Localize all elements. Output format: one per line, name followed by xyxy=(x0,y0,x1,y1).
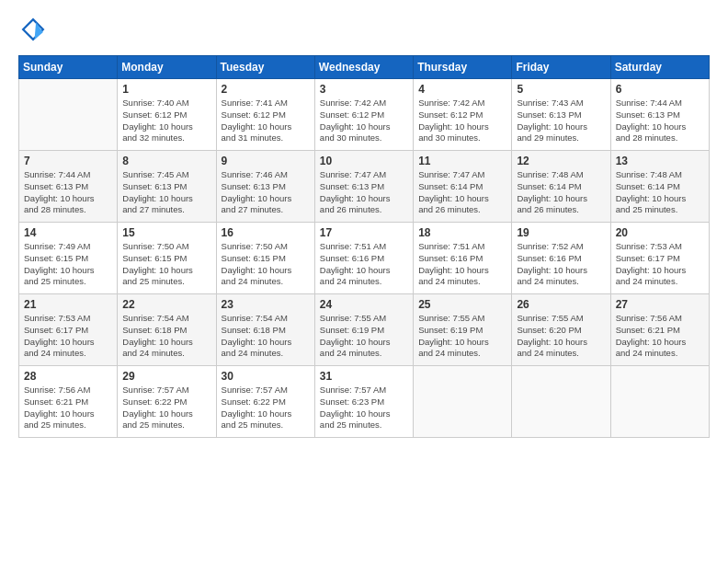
day-info: Sunrise: 7:55 AM Sunset: 6:19 PM Dayligh… xyxy=(418,313,506,360)
day-number: 14 xyxy=(24,226,112,239)
header xyxy=(18,17,710,46)
calendar-cell: 14Sunrise: 7:49 AM Sunset: 6:15 PM Dayli… xyxy=(19,223,118,294)
day-number: 24 xyxy=(320,298,408,311)
day-number: 17 xyxy=(320,226,408,239)
day-number: 25 xyxy=(418,298,506,311)
day-info: Sunrise: 7:56 AM Sunset: 6:21 PM Dayligh… xyxy=(24,385,112,431)
calendar-cell: 18Sunrise: 7:51 AM Sunset: 6:16 PM Dayli… xyxy=(414,223,512,294)
day-number: 12 xyxy=(517,155,605,167)
day-info: Sunrise: 7:50 AM Sunset: 6:15 PM Dayligh… xyxy=(122,241,210,288)
weekday-header-monday: Monday xyxy=(118,56,216,79)
calendar-cell: 31Sunrise: 7:57 AM Sunset: 6:23 PM Dayli… xyxy=(314,366,413,438)
day-number: 30 xyxy=(222,370,310,383)
day-number: 9 xyxy=(222,155,310,167)
day-info: Sunrise: 7:43 AM Sunset: 6:13 PM Dayligh… xyxy=(517,98,605,144)
day-info: Sunrise: 7:57 AM Sunset: 6:22 PM Dayligh… xyxy=(222,385,310,431)
day-number: 4 xyxy=(418,83,506,96)
calendar-cell: 1Sunrise: 7:40 AM Sunset: 6:12 PM Daylig… xyxy=(118,79,216,151)
day-info: Sunrise: 7:48 AM Sunset: 6:14 PM Dayligh… xyxy=(616,169,704,216)
weekday-header-saturday: Saturday xyxy=(610,56,709,79)
day-number: 5 xyxy=(517,83,605,96)
calendar-cell: 25Sunrise: 7:55 AM Sunset: 6:19 PM Dayli… xyxy=(414,294,512,366)
calendar-cell: 13Sunrise: 7:48 AM Sunset: 6:14 PM Dayli… xyxy=(610,151,709,223)
day-number: 31 xyxy=(320,370,408,383)
day-info: Sunrise: 7:41 AM Sunset: 6:12 PM Dayligh… xyxy=(222,98,310,144)
calendar-cell xyxy=(610,366,709,438)
calendar-cell: 23Sunrise: 7:54 AM Sunset: 6:18 PM Dayli… xyxy=(216,294,314,366)
calendar-cell: 24Sunrise: 7:55 AM Sunset: 6:19 PM Dayli… xyxy=(314,294,413,366)
calendar-week-row: 28Sunrise: 7:56 AM Sunset: 6:21 PM Dayli… xyxy=(19,366,710,438)
day-number: 20 xyxy=(616,226,704,239)
calendar-cell: 12Sunrise: 7:48 AM Sunset: 6:14 PM Dayli… xyxy=(512,151,610,223)
calendar-cell: 28Sunrise: 7:56 AM Sunset: 6:21 PM Dayli… xyxy=(19,366,118,438)
day-number: 1 xyxy=(122,83,210,96)
weekday-header-tuesday: Tuesday xyxy=(216,56,314,79)
calendar-cell xyxy=(414,366,512,438)
day-info: Sunrise: 7:54 AM Sunset: 6:18 PM Dayligh… xyxy=(122,313,210,360)
day-info: Sunrise: 7:56 AM Sunset: 6:21 PM Dayligh… xyxy=(616,313,704,360)
calendar-cell: 16Sunrise: 7:50 AM Sunset: 6:15 PM Dayli… xyxy=(216,223,314,294)
day-info: Sunrise: 7:42 AM Sunset: 6:12 PM Dayligh… xyxy=(320,98,408,144)
day-info: Sunrise: 7:45 AM Sunset: 6:13 PM Dayligh… xyxy=(122,169,210,216)
calendar-cell: 7Sunrise: 7:44 AM Sunset: 6:13 PM Daylig… xyxy=(19,151,118,223)
calendar-cell: 30Sunrise: 7:57 AM Sunset: 6:22 PM Dayli… xyxy=(216,366,314,438)
day-number: 27 xyxy=(616,298,704,311)
calendar-week-row: 7Sunrise: 7:44 AM Sunset: 6:13 PM Daylig… xyxy=(19,151,710,223)
logo xyxy=(18,17,50,46)
day-number: 8 xyxy=(122,155,210,167)
calendar-cell: 11Sunrise: 7:47 AM Sunset: 6:14 PM Dayli… xyxy=(414,151,512,223)
page: SundayMondayTuesdayWednesdayThursdayFrid… xyxy=(0,0,728,563)
day-number: 10 xyxy=(320,155,408,167)
calendar-cell: 19Sunrise: 7:52 AM Sunset: 6:16 PM Dayli… xyxy=(512,223,610,294)
day-number: 18 xyxy=(418,226,506,239)
day-info: Sunrise: 7:44 AM Sunset: 6:13 PM Dayligh… xyxy=(24,169,112,216)
day-info: Sunrise: 7:47 AM Sunset: 6:14 PM Dayligh… xyxy=(418,169,506,216)
day-number: 15 xyxy=(122,226,210,239)
calendar-cell: 15Sunrise: 7:50 AM Sunset: 6:15 PM Dayli… xyxy=(118,223,216,294)
calendar-cell: 4Sunrise: 7:42 AM Sunset: 6:12 PM Daylig… xyxy=(414,79,512,151)
day-info: Sunrise: 7:46 AM Sunset: 6:13 PM Dayligh… xyxy=(222,169,310,216)
day-info: Sunrise: 7:42 AM Sunset: 6:12 PM Dayligh… xyxy=(418,98,506,144)
day-number: 22 xyxy=(122,298,210,311)
day-info: Sunrise: 7:55 AM Sunset: 6:20 PM Dayligh… xyxy=(517,313,605,360)
day-info: Sunrise: 7:55 AM Sunset: 6:19 PM Dayligh… xyxy=(320,313,408,360)
day-number: 26 xyxy=(517,298,605,311)
day-number: 11 xyxy=(418,155,506,167)
calendar-cell: 17Sunrise: 7:51 AM Sunset: 6:16 PM Dayli… xyxy=(314,223,413,294)
weekday-header-wednesday: Wednesday xyxy=(314,56,413,79)
calendar-cell xyxy=(512,366,610,438)
day-info: Sunrise: 7:57 AM Sunset: 6:23 PM Dayligh… xyxy=(320,385,408,431)
calendar-week-row: 14Sunrise: 7:49 AM Sunset: 6:15 PM Dayli… xyxy=(19,223,710,294)
calendar-week-row: 21Sunrise: 7:53 AM Sunset: 6:17 PM Dayli… xyxy=(19,294,710,366)
day-info: Sunrise: 7:50 AM Sunset: 6:15 PM Dayligh… xyxy=(222,241,310,288)
calendar-cell: 22Sunrise: 7:54 AM Sunset: 6:18 PM Dayli… xyxy=(118,294,216,366)
calendar-cell: 2Sunrise: 7:41 AM Sunset: 6:12 PM Daylig… xyxy=(216,79,314,151)
day-number: 23 xyxy=(222,298,310,311)
logo-icon xyxy=(20,17,46,42)
calendar-cell: 20Sunrise: 7:53 AM Sunset: 6:17 PM Dayli… xyxy=(610,223,709,294)
calendar-table: SundayMondayTuesdayWednesdayThursdayFrid… xyxy=(18,55,710,438)
calendar-cell: 21Sunrise: 7:53 AM Sunset: 6:17 PM Dayli… xyxy=(19,294,118,366)
day-number: 3 xyxy=(320,83,408,96)
day-info: Sunrise: 7:49 AM Sunset: 6:15 PM Dayligh… xyxy=(24,241,112,288)
calendar-cell: 10Sunrise: 7:47 AM Sunset: 6:13 PM Dayli… xyxy=(314,151,413,223)
day-number: 16 xyxy=(222,226,310,239)
calendar-cell: 27Sunrise: 7:56 AM Sunset: 6:21 PM Dayli… xyxy=(610,294,709,366)
day-info: Sunrise: 7:44 AM Sunset: 6:13 PM Dayligh… xyxy=(616,98,704,144)
calendar-cell: 29Sunrise: 7:57 AM Sunset: 6:22 PM Dayli… xyxy=(118,366,216,438)
day-info: Sunrise: 7:53 AM Sunset: 6:17 PM Dayligh… xyxy=(616,241,704,288)
day-number: 19 xyxy=(517,226,605,239)
weekday-header-friday: Friday xyxy=(512,56,610,79)
calendar-cell xyxy=(19,79,118,151)
day-info: Sunrise: 7:48 AM Sunset: 6:14 PM Dayligh… xyxy=(517,169,605,216)
day-info: Sunrise: 7:51 AM Sunset: 6:16 PM Dayligh… xyxy=(418,241,506,288)
calendar-header-row: SundayMondayTuesdayWednesdayThursdayFrid… xyxy=(19,56,710,79)
calendar-cell: 9Sunrise: 7:46 AM Sunset: 6:13 PM Daylig… xyxy=(216,151,314,223)
day-number: 2 xyxy=(222,83,310,96)
day-number: 13 xyxy=(616,155,704,167)
day-info: Sunrise: 7:53 AM Sunset: 6:17 PM Dayligh… xyxy=(24,313,112,360)
day-number: 28 xyxy=(24,370,112,383)
day-number: 6 xyxy=(616,83,704,96)
day-info: Sunrise: 7:54 AM Sunset: 6:18 PM Dayligh… xyxy=(222,313,310,360)
calendar-cell: 6Sunrise: 7:44 AM Sunset: 6:13 PM Daylig… xyxy=(610,79,709,151)
